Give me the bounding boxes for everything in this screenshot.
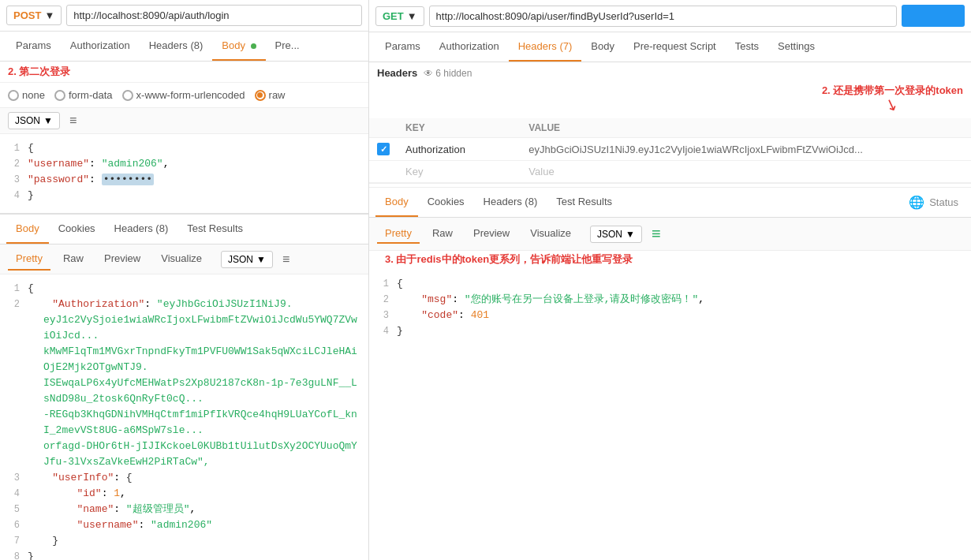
headers-value-new[interactable]: Value	[521, 161, 971, 183]
format-pretty-right[interactable]: Pretty	[377, 224, 420, 244]
right-url-input[interactable]	[429, 6, 897, 27]
left-response-format-bar: Pretty Raw Preview Visualize JSON ▼ ≡	[0, 245, 368, 274]
left-url-bar: POST ▼	[0, 0, 368, 32]
annotation-3: 3. 由于redis中的token更系列，告诉前端让他重写登录	[369, 251, 971, 270]
left-method-text: POST	[13, 9, 41, 21]
format-preview-left[interactable]: Preview	[96, 248, 148, 271]
right-method-text: GET	[383, 10, 404, 22]
tab-authorization-left[interactable]: Authorization	[61, 32, 140, 61]
left-format-label: JSON	[15, 115, 40, 126]
headers-value-auth[interactable]: eyJhbGciOiJSUzI1NiJ9.eyJ1c2VyIjoie1wiaWR…	[521, 138, 971, 161]
left-response-format-select[interactable]: JSON ▼	[221, 251, 273, 268]
code-line: 2 "username": "admin206",	[0, 156, 368, 172]
resp-code-line: 5 "name": "超级管理员",	[0, 502, 368, 517]
status-label: Status	[929, 196, 958, 208]
headers-new-row: Key Value	[369, 161, 971, 183]
left-response-code-area: 1 { 2 "Authorization": "eyJhbGciOiJSUzI1…	[0, 274, 368, 560]
tab-pre-right[interactable]: Pre-request Script	[624, 32, 726, 62]
right-url-bar: GET ▼	[369, 0, 971, 32]
headers-table: KEY VALUE Authorization eyJhbGciOiJSUzI1…	[369, 118, 971, 183]
tab-body-left-response[interactable]: Body	[6, 215, 49, 244]
left-method-select[interactable]: POST ▼	[6, 6, 62, 25]
globe-icon: 🌐	[909, 195, 924, 210]
left-panel: POST ▼ Params Authorization Headers (8) …	[0, 0, 369, 560]
left-url-input[interactable]	[66, 5, 362, 26]
resp-code-line: orfagd-DHOr6tH-jIJIKckoeL0KUBb1tUilutDsX…	[0, 439, 368, 470]
resp-code-line: 2 "Authorization": "eyJhbGciOiJSUzI1NiJ9…	[0, 297, 368, 312]
left-response-lines-icon[interactable]: ≡	[278, 250, 294, 269]
tab-auth-right[interactable]: Authorization	[430, 32, 509, 62]
left-format-chevron: ▼	[43, 115, 53, 126]
headers-key-auth[interactable]: Authorization	[398, 138, 521, 161]
format-raw-right[interactable]: Raw	[424, 224, 461, 244]
format-visualize-left[interactable]: Visualize	[153, 248, 210, 271]
right-resp-code-line: 1 {	[369, 276, 971, 292]
resp-code-line: 7 }	[0, 533, 368, 549]
headers-value-placeholder: Value	[528, 166, 554, 177]
hidden-count: 6 hidden	[435, 68, 472, 79]
headers-table-head-row: KEY VALUE	[369, 118, 971, 138]
hidden-badge[interactable]: 👁 6 hidden	[424, 68, 472, 79]
tab-tests-right[interactable]: Tests	[726, 32, 768, 62]
tab-settings-right[interactable]: Settings	[768, 32, 824, 62]
resp-code-line: 3 "userInfo": {	[0, 470, 368, 486]
tab-tests-right-response[interactable]: Test Results	[547, 188, 622, 217]
right-method-select[interactable]: GET ▼	[375, 6, 424, 26]
tab-body-left[interactable]: Body	[212, 32, 265, 61]
tab-pre-left[interactable]: Pre...	[266, 32, 309, 61]
resp-code-line: ISEwqaLP6x4yUfcMEHWatPs2Xp8U2187cK8n-1p-…	[0, 375, 368, 407]
radio-raw[interactable]: raw	[255, 89, 286, 101]
radio-raw-circle	[255, 90, 266, 101]
headers-col-value: VALUE	[521, 118, 971, 138]
left-format-bar: JSON ▼ ≡	[0, 108, 368, 134]
tab-body-right-response[interactable]: Body	[375, 188, 418, 217]
headers-checkbox-auth[interactable]	[369, 138, 398, 161]
body-dot	[251, 43, 256, 49]
code-line: 1 {	[0, 140, 368, 156]
radio-form-data-circle	[54, 90, 65, 101]
annotation-2-content: 2. 还是携带第一次登录的token ↘	[822, 84, 963, 114]
right-send-button-placeholder	[902, 5, 965, 27]
format-preview-right[interactable]: Preview	[465, 224, 517, 244]
radio-urlencoded[interactable]: x-www-form-urlencoded	[122, 89, 245, 101]
headers-row-auth: Authorization eyJhbGciOiJSUzI1NiJ9.eyJ1c…	[369, 138, 971, 161]
headers-label: Headers	[377, 67, 417, 79]
status-area: 🌐 Status	[902, 195, 965, 210]
left-response-format-chevron: ▼	[256, 254, 266, 265]
tab-cookies-left-response[interactable]: Cookies	[49, 215, 105, 244]
radio-none[interactable]: none	[8, 89, 45, 101]
headers-col-check	[369, 118, 398, 138]
right-response-format-bar: Pretty Raw Preview Visualize JSON ▼ ≡	[369, 218, 971, 251]
tab-headers-right[interactable]: Headers (7)	[509, 32, 582, 62]
eye-icon: 👁	[424, 68, 433, 79]
tab-body-right[interactable]: Body	[581, 32, 624, 62]
radio-none-label: none	[22, 89, 45, 101]
format-raw-left[interactable]: Raw	[55, 248, 91, 271]
right-response-lines-icon[interactable]: ≡	[647, 222, 666, 245]
checkbox-checked-icon	[377, 143, 390, 155]
tab-params-left[interactable]: Params	[6, 32, 61, 61]
tab-cookies-right-response[interactable]: Cookies	[418, 188, 474, 217]
format-visualize-right[interactable]: Visualize	[522, 224, 579, 244]
body-options: none form-data x-www-form-urlencoded raw	[0, 83, 368, 108]
resp-code-line: 1 {	[0, 281, 368, 297]
tab-headers-left-response[interactable]: Headers (8)	[105, 215, 178, 244]
right-resp-code-line: 4 }	[369, 323, 971, 339]
code-line: 4 }	[0, 188, 368, 203]
headers-key-new[interactable]: Key	[398, 161, 521, 183]
tab-headers-right-response[interactable]: Headers (8)	[474, 188, 547, 217]
tab-tests-left-response[interactable]: Test Results	[177, 215, 252, 244]
radio-form-data[interactable]: form-data	[54, 89, 113, 101]
annotation-1: 2. 第二次登录	[0, 62, 368, 83]
radio-none-circle	[8, 90, 19, 101]
resp-code-line: -REGqb3KhqGDNihVMHqCtmf1miPfIkVRQce4hqH9…	[0, 407, 368, 439]
right-response-format-select[interactable]: JSON ▼	[590, 226, 642, 243]
tab-params-right[interactable]: Params	[375, 32, 430, 62]
resp-code-line: 4 "id": 1,	[0, 486, 368, 502]
tab-headers-left[interactable]: Headers (8)	[140, 32, 213, 61]
right-resp-code-line: 3 "code": 401	[369, 308, 971, 323]
right-response-format-label: JSON	[597, 229, 622, 240]
left-lines-icon[interactable]: ≡	[65, 111, 81, 130]
format-pretty-left[interactable]: Pretty	[8, 248, 50, 271]
left-format-select[interactable]: JSON ▼	[8, 112, 60, 129]
